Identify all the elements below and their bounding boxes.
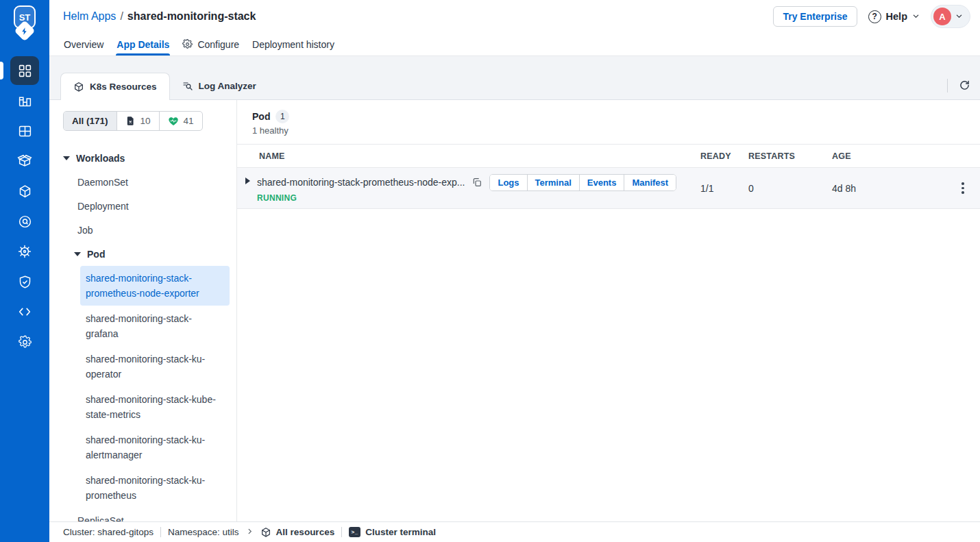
chevron-down-icon	[912, 10, 920, 23]
resources-panel: All (171) 10 41	[49, 99, 980, 521]
cube-icon	[73, 82, 84, 93]
pod-count-badge: 1	[275, 110, 289, 123]
nav-security[interactable]	[0, 267, 49, 297]
tab-log-analyzer[interactable]: Log Analyzer	[170, 72, 269, 99]
refresh-button[interactable]	[957, 78, 972, 93]
tab-k8s-resources-label: K8s Resources	[90, 82, 157, 92]
question-circle-icon: ?	[868, 10, 881, 23]
nav-chart-store[interactable]	[0, 146, 49, 176]
terminal-button[interactable]: Terminal	[527, 175, 579, 190]
tree-item-label: DaemonSet	[77, 177, 128, 188]
expand-caret-icon[interactable]	[245, 177, 250, 184]
cube-icon	[10, 177, 39, 206]
terminal-icon: >_	[349, 527, 360, 537]
kebab-menu-icon[interactable]	[956, 180, 970, 197]
breadcrumb-helm-apps-link[interactable]: Helm Apps	[63, 10, 116, 23]
pod-results-pane: Pod 1 1 healthy NAME READY RESTARTS AGE	[237, 100, 980, 521]
nav-jobs[interactable]	[0, 116, 49, 146]
breadcrumb-current-app: shared-monitoring-stack	[127, 10, 256, 23]
tree-group-label: Workloads	[76, 153, 125, 164]
nav-api-docs[interactable]	[0, 297, 49, 327]
tabbar-right-controls	[947, 78, 972, 93]
app-window: ST	[0, 0, 980, 542]
try-enterprise-button[interactable]: Try Enterprise	[773, 6, 857, 27]
tab-configure[interactable]: Configure	[182, 33, 240, 56]
tree-pod-ku-alertmanager[interactable]: shared-monitoring-stack-ku-alertmanager	[80, 428, 230, 467]
chevron-down-icon	[955, 10, 963, 23]
helm-wheel-icon	[10, 237, 39, 266]
target-icon	[10, 207, 39, 236]
log-search-icon	[182, 80, 193, 91]
all-resources-link[interactable]: All resources	[260, 527, 335, 538]
user-menu[interactable]: A	[931, 5, 970, 28]
manifest-button[interactable]: Manifest	[624, 175, 676, 190]
tree-pod-kube-state-metrics[interactable]: shared-monitoring-stack-kube-state-metri…	[80, 387, 230, 427]
logs-button[interactable]: Logs	[490, 175, 526, 190]
tab-overview[interactable]: Overview	[63, 33, 104, 56]
tree-item-label: Job	[77, 225, 93, 236]
column-header-ready: READY	[700, 151, 748, 161]
divider	[947, 79, 948, 93]
tab-app-details[interactable]: App Details	[116, 33, 170, 56]
tree-pod-ku-prometheus[interactable]: shared-monitoring-stack-ku-prometheus	[80, 468, 230, 508]
cluster-terminal-label: Cluster terminal	[365, 527, 436, 537]
tree-item-label: Deployment	[77, 201, 129, 212]
pod-section-title: Pod	[252, 111, 270, 122]
tab-k8s-resources[interactable]: K8s Resources	[60, 73, 170, 100]
page-header: Helm Apps / shared-monitoring-stack Try …	[49, 0, 980, 33]
tree-pod-grafana[interactable]: shared-monitoring-stack-grafana	[80, 306, 230, 346]
nav-application-groups[interactable]	[0, 86, 49, 116]
nav-charts[interactable]	[0, 236, 49, 267]
gear-icon	[182, 39, 193, 49]
table-row[interactable]: shared-monitoring-stack-prometheus-node-…	[237, 168, 980, 209]
copy-icon[interactable]	[471, 177, 482, 188]
nav-global-config[interactable]	[0, 327, 49, 357]
filter-errors-count: 10	[140, 116, 151, 126]
nav-resource-browser[interactable]	[0, 176, 49, 206]
tree-item-job[interactable]: Job	[63, 218, 230, 242]
pod-health-summary: 1 healthy	[252, 125, 980, 136]
cluster-terminal-link[interactable]: >_ Cluster terminal	[349, 527, 436, 537]
filter-healthy[interactable]: 41	[159, 112, 202, 130]
package-box-icon	[10, 147, 39, 175]
apps-grid-icon	[10, 56, 39, 85]
app-tab-bar: Overview App Details Configure Deploymen…	[49, 33, 980, 56]
pod-restarts-value: 0	[748, 183, 832, 194]
filter-all[interactable]: All (171)	[64, 112, 117, 130]
filter-errors[interactable]: 10	[117, 112, 159, 130]
tree-pod-prometheus-node-exporter[interactable]: shared-monitoring-stack-prometheus-node-…	[80, 266, 230, 306]
cube-icon	[260, 527, 271, 538]
shield-check-icon	[10, 267, 39, 296]
settings-gear-icon	[10, 328, 39, 356]
code-icon	[10, 297, 39, 326]
caret-down-icon	[74, 252, 81, 256]
pod-name-cell: shared-monitoring-stack-prometheus-node-…	[237, 174, 700, 203]
tree-group-pod[interactable]: Pod	[63, 242, 230, 266]
status-badge: RUNNING	[257, 193, 676, 203]
column-header-name: NAME	[237, 151, 700, 161]
filter-healthy-count: 41	[184, 116, 194, 126]
tree-group-label: Pod	[87, 249, 105, 260]
tab-log-analyzer-label: Log Analyzer	[199, 81, 256, 91]
tree-item-deployment[interactable]: Deployment	[63, 194, 230, 218]
tree-group-workloads[interactable]: Workloads	[63, 146, 230, 170]
nav-bulk-edit[interactable]	[0, 206, 49, 236]
workspace: K8s Resources Log Analyzer	[49, 56, 980, 521]
pod-ready-value: 1/1	[700, 183, 748, 194]
status-bar: Cluster: shared-gitops Namespace: utils …	[49, 521, 980, 542]
tree-item-replicaset[interactable]: ReplicaSet	[63, 508, 230, 521]
namespace-label: Namespace: utils	[168, 527, 239, 537]
tree-item-daemonset[interactable]: DaemonSet	[63, 170, 230, 194]
table-header-row: NAME READY RESTARTS AGE	[237, 144, 980, 168]
pod-name: shared-monitoring-stack-prometheus-node-…	[257, 177, 465, 188]
help-menu[interactable]: ? Help	[868, 10, 920, 23]
nav-applications[interactable]	[0, 56, 49, 86]
app-group-icon	[10, 86, 39, 115]
events-button[interactable]: Events	[579, 175, 624, 190]
devtron-logo[interactable]: ST	[10, 5, 40, 48]
tree-pod-ku-operator[interactable]: shared-monitoring-stack-ku-operator	[80, 347, 230, 386]
tab-deployment-history[interactable]: Deployment history	[252, 33, 335, 56]
resource-tree-pane: All (171) 10 41	[49, 100, 237, 521]
resource-tree: Workloads DaemonSet Deployment Job Pod s…	[63, 146, 230, 521]
column-header-age: AGE	[832, 151, 946, 161]
